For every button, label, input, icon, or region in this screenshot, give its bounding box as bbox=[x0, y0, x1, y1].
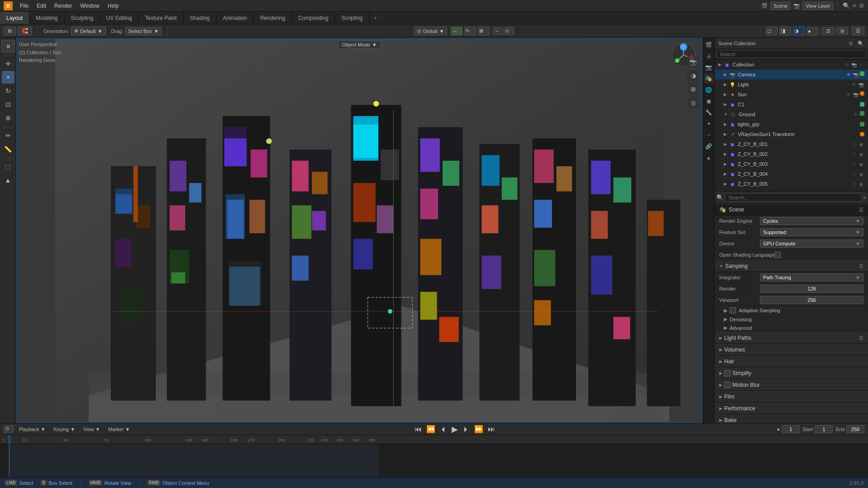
global-dropdown[interactable]: ◎ Global ▼ bbox=[414, 27, 448, 35]
prev-frame-btn[interactable]: ⏪ bbox=[425, 425, 437, 433]
outliner-item-cy-002[interactable]: ▶ ◼ Z_CY_B_002 ⬡ ◼ bbox=[715, 149, 868, 159]
cy003-icon1[interactable]: ⬡ bbox=[851, 161, 857, 167]
menu-edit[interactable]: Edit bbox=[33, 2, 50, 10]
timeline-tracks[interactable] bbox=[0, 444, 868, 477]
outliner-item-c1[interactable]: ▶ ◼ C1 bbox=[715, 99, 868, 109]
timeline-ruler[interactable]: 1 10 40 70 100 130 140 160 170 190 210 2… bbox=[0, 435, 868, 444]
play-btn[interactable]: ▶ bbox=[450, 424, 460, 434]
menu-render[interactable]: Render bbox=[51, 2, 75, 10]
jump-start-btn[interactable]: ⏮ bbox=[413, 425, 424, 433]
camera-render-icon[interactable]: 📷 bbox=[853, 71, 859, 78]
outliner-search-btn[interactable]: 🔍 bbox=[857, 40, 864, 47]
viewport-gizmos-btn[interactable]: ◎ bbox=[687, 97, 699, 108]
collections-btn[interactable]: ⊞ bbox=[687, 83, 699, 95]
cy001-icon1[interactable]: ⬡ bbox=[851, 141, 857, 147]
sampling-menu[interactable]: ☰ bbox=[859, 263, 863, 269]
transform-tool[interactable]: ⊕ bbox=[2, 112, 14, 124]
outliner-item-sun[interactable]: ▶ ☀ Sun 👁 📷 bbox=[715, 89, 868, 99]
particle-props-icon[interactable]: ✦ bbox=[704, 119, 714, 129]
viewport-shading-material[interactable]: ◑ bbox=[793, 27, 805, 35]
outliner-item-cy-001[interactable]: ▶ ◼ Z_CY_B_001 ⬡ ◼ bbox=[715, 139, 868, 149]
feature-set-dropdown[interactable]: Supported ▼ bbox=[760, 228, 863, 236]
viewport-3d[interactable]: User Perspective (1) Collection | Sun Re… bbox=[16, 38, 703, 423]
gizmo-rotate-btn[interactable]: ↻ bbox=[464, 27, 476, 35]
data-props-icon[interactable]: ▲ bbox=[704, 153, 714, 163]
outliner-item-vray[interactable]: ▶ ↗ VRayGeoSun1 Transform bbox=[715, 129, 868, 139]
light-paths-menu[interactable]: ☰ bbox=[859, 335, 863, 341]
tab-scripting[interactable]: Scripting bbox=[335, 12, 369, 24]
cy005-icon1[interactable]: ⬡ bbox=[851, 181, 857, 187]
outliner-item-cy-004[interactable]: ▶ ◼ Z_CY_B_004 ⬡ ◼ bbox=[715, 169, 868, 179]
performance-header[interactable]: ▶ Performance bbox=[715, 403, 868, 414]
mode-dropdown[interactable]: ⊞ bbox=[1, 40, 15, 52]
denoising-item[interactable]: ▶ Denoising bbox=[715, 315, 868, 324]
menu-help[interactable]: Help bbox=[104, 2, 123, 10]
sampling-header[interactable]: ▼ Sampling ☰ bbox=[715, 260, 868, 272]
scene-dropdown[interactable]: Scene bbox=[770, 2, 791, 10]
cy004-icon2[interactable]: ◼ bbox=[858, 171, 864, 177]
jump-end-btn[interactable]: ⏭ bbox=[486, 425, 497, 433]
outliner-eye-icon[interactable]: 👁 bbox=[844, 61, 850, 68]
menu-window[interactable]: Window bbox=[76, 2, 103, 10]
current-frame-field[interactable]: 1 bbox=[782, 425, 800, 433]
constraint-props-icon[interactable]: 🔗 bbox=[704, 141, 714, 151]
sun-render-icon[interactable]: 📷 bbox=[853, 91, 859, 98]
overlay-btn[interactable]: ☰ bbox=[822, 27, 835, 35]
integrator-dropdown[interactable]: Path Tracing ▼ bbox=[760, 273, 863, 282]
viewport-samples-field[interactable]: 256 bbox=[760, 296, 863, 304]
gizmo-move-btn[interactable]: ↔ bbox=[451, 27, 462, 35]
volumes-header[interactable]: ▶ Volumes bbox=[715, 344, 868, 356]
keying-menu[interactable]: Keying ▼ bbox=[51, 426, 78, 433]
viewport-shading-wire[interactable]: ◻ bbox=[766, 27, 778, 35]
outliner-item-cy-003[interactable]: ▶ ◼ Z_CY_B_003 ⬡ ◼ bbox=[715, 159, 868, 169]
hair-header[interactable]: ▶ Hair bbox=[715, 356, 868, 367]
light-paths-header[interactable]: ▶ Light Paths ☰ bbox=[715, 332, 868, 344]
outliner-item-light[interactable]: ▶ 💡 Light 👁 📷 bbox=[715, 80, 868, 89]
properties-scene-header[interactable]: 🎭 Scene ☰ bbox=[715, 204, 868, 216]
start-frame-field[interactable]: 1 bbox=[815, 425, 833, 433]
adaptive-sampling-checkbox[interactable] bbox=[730, 307, 736, 314]
orientation-dropdown[interactable]: ⊕ Default ▼ bbox=[71, 27, 106, 35]
render-view-btn[interactable]: ◑ bbox=[687, 70, 699, 81]
object-props-icon[interactable]: ◼ bbox=[704, 96, 714, 106]
outliner-filter-btn[interactable]: ⚙ bbox=[847, 40, 854, 47]
transform-btn[interactable]: ↔ bbox=[493, 27, 503, 35]
modifier-props-icon[interactable]: 🔧 bbox=[704, 108, 714, 117]
tab-layout[interactable]: Layout bbox=[0, 12, 29, 24]
camera-restrict-icon[interactable] bbox=[860, 71, 864, 76]
scene-menu-icon[interactable]: ☰ bbox=[859, 207, 863, 213]
render-engine-dropdown[interactable]: Cycles ▼ bbox=[760, 217, 863, 225]
vray-badge[interactable] bbox=[860, 132, 864, 136]
advanced-item[interactable]: ▶ Advanced bbox=[715, 324, 868, 332]
next-frame-btn[interactable]: ⏩ bbox=[472, 425, 485, 433]
simplify-checkbox[interactable] bbox=[724, 370, 731, 376]
tab-modeling[interactable]: Modeling bbox=[29, 12, 65, 24]
bake-header[interactable]: ▶ Bake bbox=[715, 414, 868, 423]
light-eye-icon[interactable]: 👁 bbox=[851, 81, 857, 88]
light-render-icon[interactable]: 📷 bbox=[858, 81, 864, 88]
cy003-icon2[interactable]: ◼ bbox=[858, 161, 864, 167]
tab-rendering[interactable]: Rendering bbox=[254, 12, 292, 24]
world-props-icon[interactable]: 🌐 bbox=[704, 85, 714, 95]
end-frame-field[interactable]: 250 bbox=[846, 425, 864, 433]
add-cone-tool[interactable]: ▲ bbox=[2, 174, 14, 187]
playback-menu[interactable]: Playback ▼ bbox=[16, 426, 48, 433]
outliner-item-camera[interactable]: ▶ 📷 Camera 👁 📷 bbox=[715, 70, 868, 80]
cursor-tool[interactable]: ✛ bbox=[2, 57, 14, 70]
motion-blur-checkbox[interactable] bbox=[724, 382, 731, 388]
ground-badge[interactable] bbox=[860, 111, 864, 116]
ground-eye-icon[interactable]: 👁 bbox=[853, 111, 859, 117]
outliner-render-icon[interactable]: 📷 bbox=[851, 61, 857, 68]
outliner-search-input[interactable] bbox=[717, 50, 866, 58]
film-header[interactable]: ▶ Film bbox=[715, 391, 868, 403]
simplify-header[interactable]: ▶ Simplify bbox=[715, 367, 868, 379]
snap-btn[interactable]: 🧲 bbox=[18, 27, 32, 35]
marker-menu[interactable]: Marker ▼ bbox=[106, 426, 133, 433]
cy005-icon2[interactable]: ◼ bbox=[858, 181, 864, 187]
render-samples-field[interactable]: 128 bbox=[760, 285, 863, 293]
cy001-icon2[interactable]: ◼ bbox=[858, 141, 864, 147]
motion-blur-header[interactable]: ▶ Motion Blur bbox=[715, 379, 868, 391]
menu-file[interactable]: File bbox=[16, 2, 32, 10]
viewport-options-btn[interactable]: ☰ bbox=[852, 27, 864, 35]
view-layer-dropdown[interactable]: View Layer bbox=[802, 2, 833, 10]
